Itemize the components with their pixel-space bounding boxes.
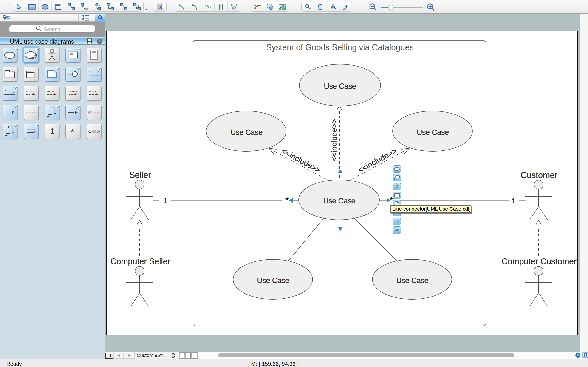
svg-text:Use Case: Use Case	[324, 82, 356, 90]
svg-text:Use Case: Use Case	[396, 276, 428, 285]
svg-text:«in»: «in»	[26, 89, 32, 93]
svg-text:Computer Seller: Computer Seller	[111, 257, 170, 266]
svg-text:Use Case: Use Case	[417, 128, 449, 136]
svg-text:1: 1	[50, 127, 55, 135]
svg-text:«com»: «com»	[67, 89, 77, 93]
svg-text:1: 1	[164, 196, 168, 205]
svg-text:«us»: «us»	[88, 89, 96, 93]
svg-text:Seller: Seller	[129, 170, 151, 180]
svg-text:<<include>>: <<include>>	[330, 119, 338, 161]
svg-text:1: 1	[5, 90, 7, 94]
svg-text:<<include>>: <<include>>	[280, 146, 322, 175]
svg-text:»: »	[97, 128, 100, 135]
svg-text:*: *	[71, 127, 74, 137]
svg-text:*: *	[98, 70, 99, 75]
svg-text:<<include>>: <<include>>	[356, 146, 398, 175]
svg-text:«: «	[88, 128, 91, 135]
svg-text:*: *	[13, 90, 15, 95]
svg-text:1: 1	[511, 197, 516, 205]
svg-text:Use Case: Use Case	[257, 276, 289, 285]
svg-text:*: *	[389, 194, 393, 206]
svg-text:...: ...	[68, 114, 70, 117]
svg-text:Customer: Customer	[521, 170, 557, 180]
svg-text:«ex»: «ex»	[46, 89, 54, 93]
svg-text:Computer Customer: Computer Customer	[502, 257, 577, 266]
svg-text:System of Goods Selling via Ca: System of Goods Selling via Catalogues	[266, 43, 414, 52]
svg-text:*: *	[285, 194, 289, 206]
svg-text:*: *	[88, 70, 90, 75]
svg-text:Use Case: Use Case	[230, 128, 262, 136]
